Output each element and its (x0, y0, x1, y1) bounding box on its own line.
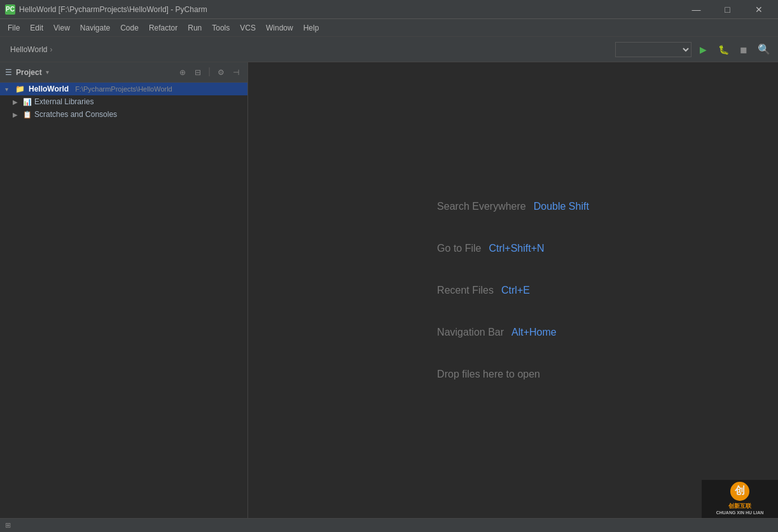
menu-help[interactable]: Help (298, 21, 324, 35)
project-label: Project (16, 68, 42, 77)
hint-recent-shortcut: Ctrl+E (501, 285, 530, 296)
tree-arrow-external-libraries: ▶ (13, 99, 20, 106)
folder-icon-helloworld: 📁 (15, 85, 25, 93)
titlebar-controls: — □ ✕ (682, 0, 773, 19)
minimize-button[interactable]: — (682, 0, 711, 19)
sidebar-header-icons: ⊕ ⊟ | ⚙ ⊣ (176, 66, 242, 79)
tree-arrow-helloworld: ▾ (5, 86, 13, 93)
hint-navbar-shortcut: Alt+Home (511, 327, 557, 338)
watermark-circle: 创 (730, 482, 749, 501)
run-config-dropdown[interactable] (615, 42, 691, 57)
menu-edit[interactable]: Edit (25, 21, 48, 35)
menu-view[interactable]: View (48, 21, 75, 35)
menu-refactor[interactable]: Refactor (144, 21, 183, 35)
menu-tools[interactable]: Tools (207, 21, 235, 35)
hint-drop: Drop files here to open (437, 369, 589, 380)
hint-drop-label: Drop files here to open (437, 369, 540, 380)
settings-icon[interactable]: ⚙ (214, 66, 227, 79)
watermark: 创 创新互联 CHUANG XIN HU LIAN (702, 480, 778, 518)
breadcrumb-project: HelloWorld (10, 45, 47, 54)
main-area: ☰ Project ▾ ⊕ ⊟ | ⚙ ⊣ ▾ 📁 HelloWorld F:\… (0, 62, 778, 518)
stop-button[interactable]: ◼ (735, 41, 753, 58)
welcome-hints: Search Everywhere Double Shift Go to Fil… (437, 201, 589, 380)
tree-label-external-libraries: External Libraries (34, 97, 94, 106)
tree-item-helloworld[interactable]: ▾ 📁 HelloWorld F:\PycharmProjects\HelloW… (0, 83, 247, 95)
hint-navbar: Navigation Bar Alt+Home (437, 327, 589, 338)
menu-navigate[interactable]: Navigate (75, 21, 115, 35)
maximize-button[interactable]: □ (713, 0, 742, 19)
menubar: File Edit View Navigate Code Refactor Ru… (0, 19, 778, 37)
menu-vcs[interactable]: VCS (235, 21, 261, 35)
library-icon: 📊 (23, 98, 32, 106)
sidebar-header-left: ☰ Project ▾ (5, 68, 49, 77)
titlebar-left: PC HelloWorld [F:\PycharmProjects\HelloW… (5, 4, 207, 15)
watermark-text: 创新互联 CHUANG XIN HU LIAN (716, 502, 764, 516)
statusbar-icon: ⊞ (5, 521, 11, 529)
pycharm-icon: PC (5, 4, 15, 15)
menu-code[interactable]: Code (115, 21, 144, 35)
titlebar-title: HelloWorld [F:\PycharmProjects\HelloWorl… (19, 5, 207, 14)
titlebar: PC HelloWorld [F:\PycharmProjects\HelloW… (0, 0, 778, 19)
watermark-line2: CHUANG XIN HU LIAN (716, 510, 764, 516)
run-config-area: ▶ 🐛 ◼ 🔍 (615, 41, 773, 58)
debug-button[interactable]: 🐛 (714, 41, 732, 58)
hint-search: Search Everywhere Double Shift (437, 201, 589, 212)
statusbar-left: ⊞ (5, 521, 11, 529)
hint-goto: Go to File Ctrl+Shift+N (437, 243, 589, 254)
project-dropdown-arrow[interactable]: ▾ (46, 69, 49, 76)
hint-search-label: Search Everywhere (437, 201, 526, 212)
watermark-line1: 创新互联 (716, 502, 764, 510)
hint-search-shortcut: Double Shift (534, 201, 589, 212)
menu-window[interactable]: Window (261, 21, 298, 35)
search-everywhere-button[interactable]: 🔍 (755, 41, 773, 58)
breadcrumb-arrow: › (50, 45, 52, 54)
project-tree: ▾ 📁 HelloWorld F:\PycharmProjects\HelloW… (0, 83, 247, 121)
scratch-icon: 📋 (23, 111, 32, 119)
locate-icon[interactable]: ⊕ (176, 66, 189, 79)
statusbar: ⊞ (0, 518, 778, 532)
collapse-icon[interactable]: ⊟ (191, 66, 204, 79)
tree-label-scratches: Scratches and Consoles (34, 110, 117, 119)
hint-goto-label: Go to File (437, 243, 481, 254)
content-area: Search Everywhere Double Shift Go to Fil… (248, 62, 778, 518)
breadcrumb: HelloWorld › (5, 45, 57, 54)
hint-recent-label: Recent Files (437, 285, 494, 296)
tree-item-scratches[interactable]: ▶ 📋 Scratches and Consoles (0, 108, 247, 121)
tree-label-helloworld: HelloWorld (29, 85, 69, 93)
sidebar: ☰ Project ▾ ⊕ ⊟ | ⚙ ⊣ ▾ 📁 HelloWorld F:\… (0, 62, 248, 518)
hint-navbar-label: Navigation Bar (437, 327, 504, 338)
menu-file[interactable]: File (3, 21, 25, 35)
tree-arrow-scratches: ▶ (13, 111, 20, 118)
tree-path-helloworld: F:\PycharmProjects\HelloWorld (75, 85, 172, 93)
hint-goto-shortcut: Ctrl+Shift+N (489, 243, 544, 254)
hide-sidebar-icon[interactable]: ⊣ (230, 66, 242, 79)
toolbar: HelloWorld › ▶ 🐛 ◼ 🔍 (0, 37, 778, 62)
hint-recent: Recent Files Ctrl+E (437, 285, 589, 296)
tree-item-external-libraries[interactable]: ▶ 📊 External Libraries (0, 95, 247, 108)
menu-run[interactable]: Run (183, 21, 207, 35)
sidebar-header: ☰ Project ▾ ⊕ ⊟ | ⚙ ⊣ (0, 62, 247, 83)
close-button[interactable]: ✕ (744, 0, 773, 19)
run-button[interactable]: ▶ (694, 41, 712, 58)
